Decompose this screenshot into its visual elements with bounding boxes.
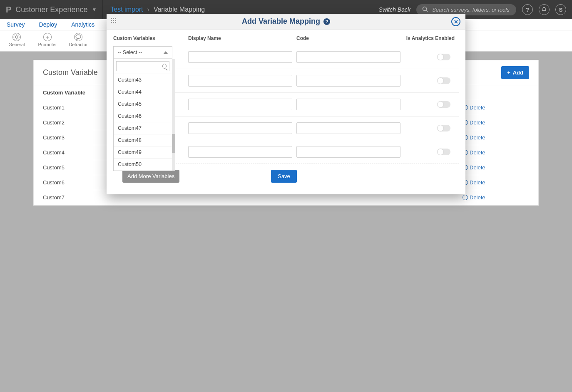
bell-icon (542, 7, 547, 12)
select-option[interactable]: Custom46 (114, 110, 172, 122)
select-option[interactable]: Custom44 (114, 86, 172, 98)
drag-handle-icon[interactable] (111, 18, 116, 23)
close-icon: ✕ (454, 19, 458, 25)
delete-link[interactable]: Delete (463, 119, 529, 126)
modal-title: Add Variable Mapping ? (242, 17, 330, 26)
col-custom-variables: Custom Variables (113, 35, 188, 41)
select-search-box[interactable] (116, 61, 169, 71)
breadcrumb-current: Variable Mapping (154, 6, 205, 13)
select-option[interactable]: Custom48 (114, 134, 172, 146)
notifications-button[interactable] (539, 4, 550, 15)
chevron-up-icon (164, 51, 168, 54)
modal-columns-header: Custom Variables Display Name Code Is An… (113, 33, 459, 45)
display-name-input[interactable] (188, 51, 292, 63)
analytics-toggle[interactable] (437, 54, 450, 60)
toolbar-detractor-label: Detractor (69, 42, 87, 47)
select-option[interactable]: Custom49 (114, 146, 172, 159)
plus-circle-icon: + (43, 33, 52, 41)
search-icon (162, 64, 167, 69)
select-scrollbar-thumb[interactable] (172, 134, 175, 153)
tab-survey[interactable]: Survey (7, 21, 25, 28)
select-option[interactable]: Custom47 (114, 122, 172, 134)
select-search (114, 59, 172, 74)
toolbar-promoter[interactable]: + Promoter (37, 33, 57, 47)
delete-link[interactable]: Delete (463, 179, 529, 186)
toolbar-promoter-label: Promoter (38, 42, 57, 47)
breadcrumb-link[interactable]: Test import (110, 6, 143, 13)
select-current-value[interactable]: -- Select -- (114, 47, 172, 59)
svg-line-1 (426, 10, 428, 12)
chat-icon (74, 33, 82, 41)
analytics-toggle[interactable] (437, 77, 450, 84)
select-placeholder: -- Select -- (118, 50, 142, 55)
breadcrumb-separator: › (147, 6, 149, 13)
svg-point-3 (76, 35, 81, 39)
add-variable-mapping-modal: Add Variable Mapping ? ✕ Custom Variable… (107, 14, 465, 194)
brand-title: Customer Experience (15, 5, 87, 14)
user-avatar[interactable]: S (555, 4, 566, 15)
gear-icon (12, 33, 21, 41)
delete-link[interactable]: Delete (463, 164, 529, 171)
help-button[interactable]: ? (522, 4, 533, 15)
brand-block[interactable]: P Customer Experience ▼ (0, 0, 103, 19)
code-input[interactable] (296, 146, 400, 158)
close-button[interactable]: ✕ (451, 17, 460, 26)
svg-point-0 (423, 7, 427, 10)
row-variable-name: Custom7 (43, 194, 463, 201)
toolbar-detractor[interactable]: Detractor (68, 33, 88, 47)
select-option[interactable]: Custom50 (114, 159, 172, 171)
col-analytics-enabled: Is Analytics Enabled (405, 35, 455, 41)
breadcrumb: Test import › Variable Mapping (103, 6, 205, 13)
select-option[interactable]: Custom45 (114, 98, 172, 110)
tab-deploy[interactable]: Deploy (39, 21, 57, 28)
select-options-list[interactable]: Custom43Custom44Custom45Custom46Custom47… (114, 74, 172, 171)
toolbar-general-label: General (8, 42, 25, 47)
code-input[interactable] (296, 122, 400, 134)
analytics-toggle[interactable] (437, 149, 450, 155)
display-name-input[interactable] (188, 75, 292, 87)
switch-back-link[interactable]: Switch Back (379, 6, 410, 13)
select-option[interactable]: Custom43 (114, 74, 172, 86)
select-search-input[interactable] (119, 63, 160, 69)
save-button[interactable]: Save (271, 170, 297, 183)
code-input[interactable] (296, 51, 400, 63)
col-display-name: Display Name (188, 35, 296, 41)
add-button-label: Add (513, 69, 523, 76)
modal-rows: -- Select -- Custom43Custom44Custom45Cus… (113, 45, 459, 164)
custom-variable-select[interactable]: -- Select -- Custom43Custom44Custom45Cus… (113, 46, 172, 171)
delete-link[interactable]: Delete (463, 104, 529, 111)
svg-point-2 (15, 36, 18, 38)
add-button[interactable]: + Add (501, 66, 529, 79)
toolbar-general[interactable]: General (7, 33, 27, 47)
plus-icon: + (507, 69, 510, 76)
delete-link[interactable]: Delete (463, 134, 529, 141)
delete-link[interactable]: Delete (463, 149, 529, 156)
col-code: Code (296, 35, 405, 41)
analytics-toggle[interactable] (437, 125, 450, 131)
modal-title-text: Add Variable Mapping (242, 17, 320, 26)
search-icon (422, 6, 428, 13)
search-input[interactable] (431, 6, 510, 13)
analytics-toggle[interactable] (437, 101, 450, 108)
modal-body: Custom Variables Display Name Code Is An… (107, 30, 465, 164)
tab-analytics[interactable]: Analytics (71, 21, 95, 28)
display-name-input[interactable] (188, 146, 292, 158)
panel-title: Custom Variable (43, 68, 98, 77)
help-icon[interactable]: ? (323, 18, 330, 25)
logo-icon: P (6, 5, 11, 15)
code-input[interactable] (296, 99, 400, 110)
select-scrollbar-track[interactable] (172, 59, 175, 171)
add-more-variables-button[interactable]: Add More Variables (122, 170, 179, 183)
delete-link[interactable]: Delete (463, 194, 529, 201)
mapping-row: -- Select -- Custom43Custom44Custom45Cus… (113, 45, 459, 69)
display-name-input[interactable] (188, 122, 292, 134)
code-input[interactable] (296, 75, 400, 87)
modal-header: Add Variable Mapping ? ✕ (107, 14, 465, 30)
display-name-input[interactable] (188, 99, 292, 110)
chevron-down-icon: ▼ (92, 7, 97, 12)
